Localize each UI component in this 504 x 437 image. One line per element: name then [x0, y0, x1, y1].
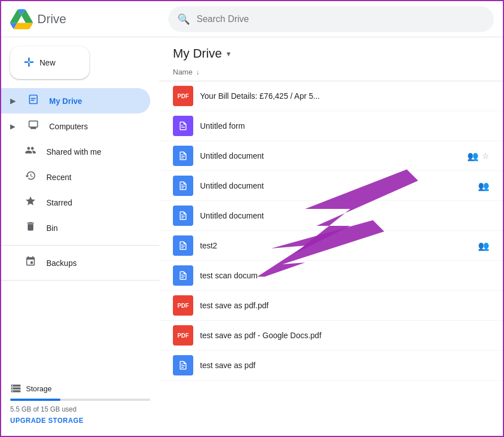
new-plus-icon: ✛: [24, 55, 34, 70]
file-row[interactable]: test2 👥: [159, 231, 503, 261]
file-row[interactable]: PDF test save as pdf.pdf: [159, 291, 503, 321]
sort-label[interactable]: Name: [173, 68, 193, 76]
sidebar-item-shared[interactable]: Shared with me: [1, 139, 150, 164]
storage-bar-fill: [10, 399, 60, 401]
file-name: Untitled document: [200, 151, 463, 160]
sort-arrow-icon[interactable]: ↓: [196, 68, 199, 76]
shared-icon: [24, 145, 37, 159]
file-type-icon: [173, 146, 193, 166]
my-drive-dropdown-icon[interactable]: ▾: [227, 49, 231, 58]
file-type-icon: [173, 355, 193, 375]
file-type-icon: PDF: [173, 325, 193, 346]
file-list: PDF Your Bill Details: £76,425 / Apr 5..…: [159, 81, 503, 381]
storage-label: Storage: [10, 383, 150, 394]
file-name: test scan docum: [200, 271, 485, 280]
storage-bar-background: [10, 399, 150, 401]
file-badges: 👥: [478, 241, 489, 251]
sidebar-label-recent: Recent: [46, 173, 71, 182]
sidebar-label-bin: Bin: [46, 224, 58, 233]
file-type-icon: [173, 235, 193, 256]
file-type-icon: [173, 116, 193, 136]
main-content: My Drive ▾ Name ↓ PDF Your Bill Details:…: [159, 37, 503, 436]
my-drive-icon: [27, 94, 40, 108]
new-button[interactable]: ✛ New: [10, 46, 89, 79]
logo-area: Drive: [10, 8, 168, 30]
shared-badge-icon: 👥: [478, 241, 489, 251]
recent-icon: [24, 170, 37, 184]
file-type-icon: [173, 265, 193, 286]
sidebar-item-bin[interactable]: Bin: [1, 215, 150, 241]
sidebar: ✛ New ▶ My Drive ▶ Computers Shared with…: [1, 37, 159, 436]
storage-section: Storage 5.5 GB of 15 GB used UPGRADE STO…: [1, 376, 159, 431]
sidebar-item-backups[interactable]: Backups: [1, 250, 150, 276]
search-icon: 🔍: [177, 13, 190, 25]
file-row[interactable]: PDF Your Bill Details: £76,425 / Apr 5..…: [159, 81, 503, 111]
search-input[interactable]: [197, 14, 485, 24]
sidebar-label-shared: Shared with me: [46, 147, 101, 156]
file-row[interactable]: Untitled form: [159, 111, 503, 141]
sidebar-divider-2: [1, 280, 159, 281]
drive-logo-icon: [10, 8, 33, 30]
shared-badge-icon: 👥: [467, 151, 479, 161]
expand-arrow-icon: ▶: [10, 97, 15, 105]
file-name: Untitled document: [200, 211, 485, 220]
sidebar-item-starred[interactable]: Starred: [1, 190, 150, 215]
file-badges: 👥☆: [467, 151, 489, 161]
starred-icon: [24, 195, 37, 209]
shared-badge-icon: 👥: [478, 181, 489, 191]
sidebar-item-computers[interactable]: ▶ Computers: [1, 113, 150, 139]
file-name: Your Bill Details: £76,425 / Apr 5...: [200, 91, 485, 100]
main-header: My Drive ▾: [159, 37, 503, 65]
topbar: Drive 🔍: [1, 1, 503, 37]
layout: ✛ New ▶ My Drive ▶ Computers Shared with…: [1, 37, 503, 436]
file-name: test save as pdf.pdf: [200, 301, 485, 310]
main-title: My Drive: [173, 46, 222, 61]
sidebar-label-starred: Starred: [46, 198, 72, 207]
file-name: test save as pdf: [200, 361, 485, 370]
file-type-icon: [173, 176, 193, 196]
sort-row: Name ↓: [159, 65, 503, 81]
file-row[interactable]: Untitled document 👥: [159, 171, 503, 201]
file-name: Untitled form: [200, 121, 485, 130]
computers-icon: [27, 119, 40, 133]
file-name: test save as pdf - Google Docs.pdf: [200, 331, 485, 340]
upgrade-storage-link[interactable]: UPGRADE STORAGE: [10, 417, 150, 425]
file-name: Untitled document: [200, 181, 473, 190]
sidebar-label-computers: Computers: [49, 122, 88, 131]
star-badge-icon: ☆: [482, 151, 489, 160]
sidebar-label-backups: Backups: [46, 259, 77, 268]
sidebar-item-my-drive[interactable]: ▶ My Drive: [1, 88, 150, 113]
file-type-icon: [173, 206, 193, 226]
file-row[interactable]: test save as pdf: [159, 351, 503, 381]
app-title: Drive: [37, 12, 66, 27]
expand-arrow-computers-icon: ▶: [10, 123, 15, 130]
file-row[interactable]: Untitled document: [159, 201, 503, 231]
file-type-icon: PDF: [173, 86, 193, 106]
new-button-label: New: [40, 58, 55, 67]
file-row[interactable]: Untitled document 👥☆: [159, 141, 503, 171]
file-name: test2: [200, 241, 473, 250]
sidebar-item-recent[interactable]: Recent: [1, 164, 150, 190]
sidebar-divider: [1, 245, 159, 246]
file-row[interactable]: PDF test save as pdf - Google Docs.pdf: [159, 321, 503, 351]
backups-icon: [24, 256, 37, 270]
bin-icon: [24, 221, 37, 235]
file-badges: 👥: [478, 181, 489, 191]
storage-used-text: 5.5 GB of 15 GB used: [10, 405, 150, 413]
file-type-icon: PDF: [173, 295, 193, 316]
search-bar[interactable]: 🔍: [168, 6, 494, 32]
sidebar-label-my-drive: My Drive: [49, 97, 82, 106]
file-row[interactable]: test scan docum: [159, 261, 503, 291]
